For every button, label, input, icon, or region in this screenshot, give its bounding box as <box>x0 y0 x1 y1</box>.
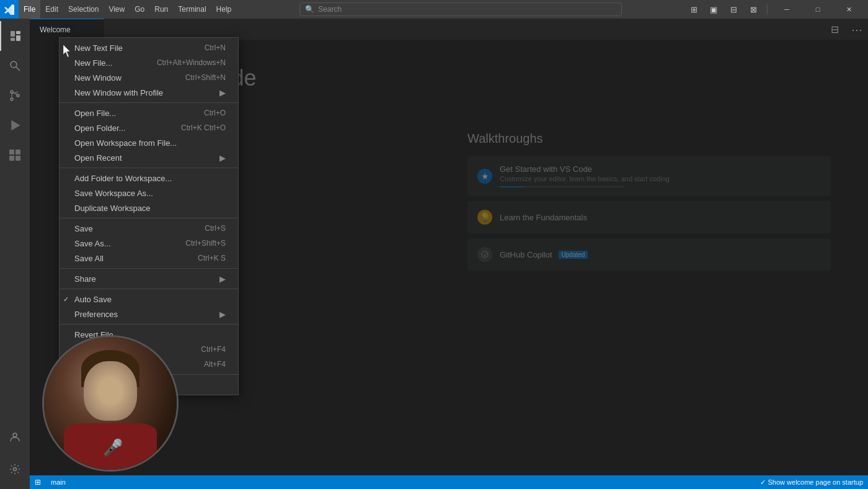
menu-duplicate-workspace[interactable]: Duplicate Workspace <box>60 200 238 215</box>
menu-new-window-profile[interactable]: New Window with Profile ▶ <box>60 85 238 100</box>
face <box>84 361 137 421</box>
svg-rect-0 <box>11 31 15 37</box>
menu-save-as-label: Save As... <box>74 239 111 248</box>
menu-new-window-shortcut: Ctrl+Shift+N <box>185 73 226 82</box>
activity-extensions[interactable] <box>0 140 30 170</box>
menu-open-recent[interactable]: Open Recent ▶ <box>60 150 238 165</box>
menu-new-file[interactable]: New File... Ctrl+Alt+Windows+N <box>60 55 238 70</box>
menu-divider-5 <box>60 289 238 289</box>
menu-share[interactable]: Share ▶ <box>60 271 238 286</box>
svg-point-15 <box>14 468 17 471</box>
menu-new-file-shortcut: Ctrl+Alt+Windows+N <box>157 58 226 67</box>
menu-new-text-file[interactable]: New Text File Ctrl+N <box>60 40 238 55</box>
layout-btn-1[interactable]: ⊞ <box>685 3 702 16</box>
webcam-overlay: 🎤 <box>42 335 179 472</box>
menu-terminal[interactable]: Terminal <box>173 0 211 19</box>
menu-preferences-label: Preferences <box>74 310 118 319</box>
maximize-button[interactable]: □ <box>804 0 832 19</box>
svg-rect-3 <box>11 38 15 41</box>
svg-rect-12 <box>9 156 14 161</box>
activity-explorer[interactable] <box>0 21 30 51</box>
activity-accounts[interactable] <box>0 422 30 452</box>
activity-search[interactable] <box>0 51 30 81</box>
activity-source-control[interactable] <box>0 81 30 110</box>
menu-share-label: Share <box>74 274 96 284</box>
search-placeholder: Search <box>318 5 342 14</box>
menu-open-file-label: Open File... <box>74 109 116 118</box>
menu-open-recent-label: Open Recent <box>74 153 122 163</box>
menu-open-file-shortcut: Ctrl+O <box>204 109 226 117</box>
tab-welcome[interactable]: Welcome <box>30 19 104 40</box>
layout-btn-4[interactable]: ⊠ <box>745 3 762 16</box>
menu-save-workspace[interactable]: Save Workspace As... <box>60 186 238 200</box>
menu-new-text-file-label: New Text File <box>74 43 123 53</box>
activity-debug[interactable] <box>0 110 30 140</box>
menu-go[interactable]: Go <box>130 0 149 19</box>
search-bar[interactable]: 🔍 Search <box>299 2 622 16</box>
menu-selection[interactable]: Selection <box>63 0 104 19</box>
svg-rect-1 <box>16 31 20 34</box>
menu-edit[interactable]: Edit <box>40 0 63 19</box>
menu-open-workspace-label: Open Workspace from File... <box>74 138 177 148</box>
main-layout: Welcome ⊟ ⋯ Visual Studio Code Editing e… <box>0 19 868 489</box>
menu-divider-3 <box>60 218 238 218</box>
menu-close-editor-shortcut: Ctrl+F4 <box>201 345 226 354</box>
vscode-logo <box>0 0 19 19</box>
svg-point-7 <box>11 98 13 101</box>
menu-auto-save-label: Auto Save <box>74 295 112 304</box>
menu-auto-save[interactable]: ✓ Auto Save <box>60 292 238 307</box>
menu-new-window-profile-label: New Window with Profile <box>74 88 163 97</box>
menu-save-all-label: Save All <box>74 254 104 263</box>
activity-bar <box>0 19 30 489</box>
menu-new-file-label: New File... <box>74 58 112 68</box>
menu-view[interactable]: View <box>104 0 130 19</box>
menu-share-arrow: ▶ <box>219 274 226 284</box>
menu-save-all[interactable]: Save All Ctrl+K S <box>60 251 238 266</box>
activity-settings[interactable] <box>0 454 30 484</box>
menu-divider-4 <box>60 268 238 269</box>
menu-new-window-profile-arrow: ▶ <box>219 88 226 97</box>
menu-save-shortcut: Ctrl+S <box>205 224 226 233</box>
menu-open-folder-shortcut: Ctrl+K Ctrl+O <box>181 123 226 132</box>
menu-help[interactable]: Help <box>211 0 237 19</box>
menu-open-recent-arrow: ▶ <box>219 153 226 163</box>
menu-open-file[interactable]: Open File... Ctrl+O <box>60 105 238 120</box>
menu-save-as[interactable]: Save As... Ctrl+Shift+S <box>60 236 238 251</box>
menu-save-all-shortcut: Ctrl+K S <box>198 254 226 262</box>
menu-divider-2 <box>60 168 238 168</box>
layout-btn-2[interactable]: ▣ <box>705 3 722 16</box>
menu-duplicate-workspace-label: Duplicate Workspace <box>74 204 151 213</box>
svg-rect-10 <box>9 150 14 155</box>
title-bar: File Edit Selection View Go Run Terminal… <box>0 0 868 19</box>
menu-save-label: Save <box>74 224 93 233</box>
close-button[interactable]: ✕ <box>835 0 863 19</box>
menu-save-as-shortcut: Ctrl+Shift+S <box>185 239 226 248</box>
auto-save-checkmark: ✓ <box>63 295 69 303</box>
menu-bar: File Edit Selection View Go Run Terminal… <box>19 0 236 19</box>
menu-run[interactable]: Run <box>149 0 173 19</box>
menu-add-folder[interactable]: Add Folder to Workspace... <box>60 171 238 186</box>
menu-new-window[interactable]: New Window Ctrl+Shift+N <box>60 70 238 85</box>
content-area: Welcome ⊟ ⋯ Visual Studio Code Editing e… <box>30 19 868 489</box>
menu-add-folder-label: Add Folder to Workspace... <box>74 174 172 183</box>
menu-divider-6 <box>60 324 238 325</box>
title-bar-left: File Edit Selection View Go Run Terminal… <box>0 0 236 19</box>
tab-welcome-label: Welcome <box>40 25 71 34</box>
menu-open-folder-label: Open Folder... <box>74 123 125 133</box>
title-bar-right: ⊞ ▣ ⊟ ⊠ ─ □ ✕ <box>685 0 868 19</box>
webcam-feed: 🎤 <box>44 337 177 470</box>
menu-new-text-file-shortcut: Ctrl+N <box>205 43 226 52</box>
menu-preferences-arrow: ▶ <box>219 310 226 319</box>
menu-save[interactable]: Save Ctrl+S <box>60 221 238 236</box>
layout-btn-3[interactable]: ⊟ <box>725 3 742 16</box>
menu-new-window-label: New Window <box>74 73 122 83</box>
menu-preferences[interactable]: Preferences ▶ <box>60 307 238 321</box>
svg-point-4 <box>11 61 17 68</box>
minimize-button[interactable]: ─ <box>773 0 801 19</box>
svg-rect-2 <box>16 35 20 41</box>
menu-open-workspace[interactable]: Open Workspace from File... <box>60 135 238 150</box>
menu-file[interactable]: File <box>19 0 40 19</box>
title-bar-center: 🔍 Search <box>236 2 685 16</box>
menu-open-folder[interactable]: Open Folder... Ctrl+K Ctrl+O <box>60 120 238 135</box>
menu-save-workspace-label: Save Workspace As... <box>74 189 153 198</box>
